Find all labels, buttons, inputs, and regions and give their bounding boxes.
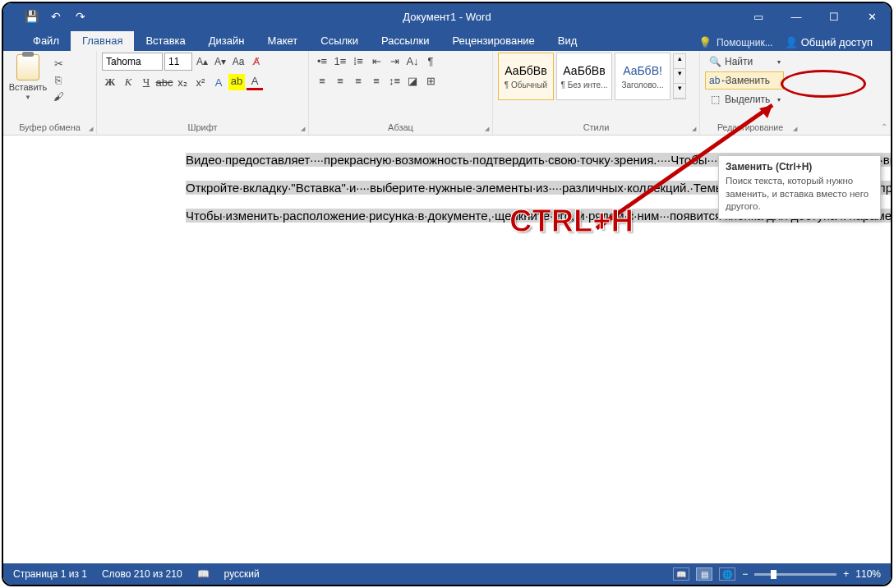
ribbon-tabs: Файл Главная Вставка Дизайн Макет Ссылки… [3, 30, 891, 51]
zoom-level[interactable]: 110% [855, 568, 881, 580]
styles-scroll[interactable]: ▴▾▾ [673, 53, 686, 99]
select-button[interactable]: ⬚ Выделить ▾ [705, 90, 784, 108]
select-label: Выделить [725, 94, 770, 105]
font-size-input[interactable] [164, 53, 192, 71]
bullets-icon[interactable]: •≡ [314, 53, 330, 69]
person-icon: 👤 [785, 36, 798, 48]
increase-indent-icon[interactable]: ⇥ [386, 53, 403, 69]
clear-format-icon[interactable]: A̸ [248, 53, 265, 70]
style-sample: АаБбВ! [623, 64, 662, 77]
status-page[interactable]: Страница 1 из 1 [13, 568, 87, 580]
cut-icon[interactable]: ✂ [51, 57, 66, 71]
binoculars-icon: 🔍 [708, 56, 721, 67]
tooltip-body: Поиск текста, который нужно заменить, и … [726, 175, 873, 214]
share-label: Общий доступ [801, 36, 873, 48]
copy-icon[interactable]: ⎘ [51, 74, 66, 87]
cursor-icon: ⬚ [708, 94, 721, 105]
font-name-input[interactable] [102, 53, 163, 71]
ribbon-options-icon[interactable]: ▭ [740, 3, 777, 30]
numbering-icon[interactable]: 1≡ [332, 53, 348, 69]
status-language[interactable]: русский [224, 568, 260, 580]
strikethrough-button[interactable]: abc [156, 74, 173, 90]
view-web-icon[interactable]: 🌐 [719, 567, 735, 581]
view-read-icon[interactable]: 📖 [673, 567, 689, 581]
show-marks-icon[interactable]: ¶ [422, 53, 439, 69]
multilevel-icon[interactable]: ⁞≡ [350, 53, 366, 69]
tab-layout[interactable]: Макет [256, 31, 309, 51]
replace-icon: ab↔ [709, 75, 722, 86]
tab-view[interactable]: Вид [546, 31, 589, 51]
lightbulb-icon: 💡 [698, 36, 712, 48]
zoom-in-icon[interactable]: + [843, 568, 849, 580]
grow-font-icon[interactable]: A▴ [194, 53, 210, 70]
justify-icon[interactable]: ≡ [368, 72, 385, 89]
tab-mailings[interactable]: Рассылки [370, 31, 440, 51]
tab-references[interactable]: Ссылки [309, 31, 370, 51]
tab-home[interactable]: Главная [71, 31, 134, 51]
underline-button[interactable]: Ч [138, 74, 154, 90]
group-clipboard-label: Буфер обмена [8, 122, 91, 135]
ribbon: Вставить ▼ ✂ ⎘ 🖌 Буфер обмена A▴ A▾ Aa [3, 51, 891, 136]
clipboard-icon [16, 54, 39, 80]
tab-file[interactable]: Файл [21, 31, 71, 51]
find-label: Найти [725, 56, 753, 67]
style-no-spacing[interactable]: АаБбВв ¶ Без инте... [556, 53, 612, 100]
paste-button[interactable]: Вставить ▼ [8, 54, 48, 101]
maximize-icon[interactable]: ☐ [815, 3, 853, 30]
decrease-indent-icon[interactable]: ⇤ [368, 53, 385, 69]
close-icon[interactable]: ✕ [853, 3, 891, 30]
bold-button[interactable]: Ж [102, 74, 118, 90]
title-bar: 💾 ↶ ↷ Документ1 - Word ▭ — ☐ ✕ [3, 3, 891, 30]
change-case-icon[interactable]: Aa [230, 53, 247, 70]
replace-label: Заменить [726, 75, 770, 86]
share-button[interactable]: 👤 Общий доступ [778, 34, 879, 51]
highlight-icon[interactable]: ab [228, 74, 245, 90]
italic-button[interactable]: К [120, 74, 136, 90]
tab-design[interactable]: Дизайн [197, 31, 256, 51]
spellcheck-icon[interactable]: 📖 [197, 568, 210, 580]
shading-icon[interactable]: ◪ [404, 72, 421, 89]
tell-me-input[interactable]: Помощник... [717, 37, 773, 48]
tooltip: Заменить (Ctrl+H) Поиск текста, который … [718, 155, 881, 219]
redo-icon[interactable]: ↷ [74, 10, 87, 23]
zoom-out-icon[interactable]: − [742, 568, 748, 580]
undo-icon[interactable]: ↶ [49, 10, 62, 23]
tab-review[interactable]: Рецензирование [440, 31, 546, 51]
group-styles-label: Стили [498, 122, 694, 135]
zoom-slider[interactable] [754, 573, 836, 576]
subscript-button[interactable]: x₂ [174, 74, 191, 90]
collapse-ribbon-icon[interactable]: ⌃ [881, 122, 887, 131]
style-name: ¶ Обычный [505, 80, 547, 90]
style-sample: АаБбВв [563, 64, 605, 77]
find-button[interactable]: 🔍 Найти ▾ [705, 53, 784, 71]
sort-icon[interactable]: A↓ [404, 53, 421, 69]
align-center-icon[interactable]: ≡ [332, 72, 348, 89]
group-editing-label: Редактирование [705, 122, 795, 135]
style-sample: АаБбВв [505, 64, 546, 77]
tab-insert[interactable]: Вставка [134, 31, 196, 51]
group-paragraph-label: Абзац [314, 122, 487, 135]
window-title: Документ1 - Word [403, 11, 491, 23]
font-color-icon[interactable]: A [247, 74, 263, 90]
align-left-icon[interactable]: ≡ [314, 72, 330, 89]
replace-button[interactable]: ab↔ Заменить [705, 71, 784, 90]
style-normal[interactable]: АаБбВв ¶ Обычный [498, 53, 554, 100]
minimize-icon[interactable]: — [777, 3, 815, 30]
tooltip-title: Заменить (Ctrl+H) [726, 161, 873, 172]
style-heading1[interactable]: АаБбВ! Заголово... [615, 53, 670, 100]
format-painter-icon[interactable]: 🖌 [51, 90, 66, 103]
paste-label: Вставить [9, 82, 48, 92]
status-bar: Страница 1 из 1 Слово 210 из 210 📖 русск… [3, 563, 891, 585]
status-words[interactable]: Слово 210 из 210 [102, 568, 182, 580]
borders-icon[interactable]: ⊞ [422, 72, 439, 89]
line-spacing-icon[interactable]: ↕≡ [386, 72, 403, 89]
style-name: ¶ Без инте... [561, 80, 608, 90]
style-name: Заголово... [622, 80, 664, 90]
superscript-button[interactable]: x² [192, 74, 209, 90]
group-font-label: Шрифт [102, 122, 303, 135]
view-print-icon[interactable]: ▤ [696, 567, 712, 581]
align-right-icon[interactable]: ≡ [350, 72, 366, 89]
text-effects-icon[interactable]: A [210, 74, 227, 90]
save-icon[interactable]: 💾 [25, 10, 38, 23]
shrink-font-icon[interactable]: A▾ [212, 53, 228, 70]
